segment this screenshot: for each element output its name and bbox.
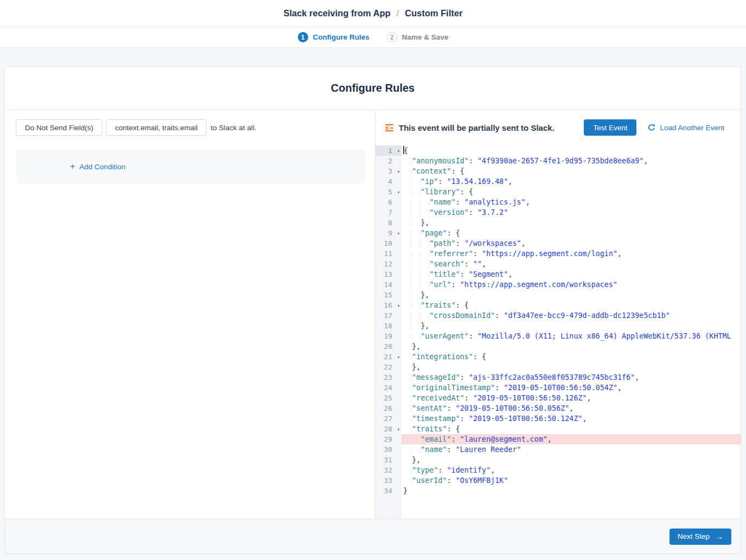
line-number: 17 — [375, 310, 401, 321]
line-number: 20 — [375, 341, 401, 352]
breadcrumb-app-link[interactable]: Slack receiving from App — [283, 8, 390, 18]
line-number: 33 — [375, 475, 401, 486]
code-line: "page": { — [403, 228, 741, 238]
line-number: 7 — [375, 207, 401, 218]
code-line: }, — [403, 290, 741, 300]
line-number: 15 — [375, 290, 401, 300]
editor-gutter: 1▾23▾45▾6789▾10111213141516▾1718192021▾2… — [375, 145, 401, 519]
code-line: }, — [403, 341, 741, 352]
line-number: 27 — [375, 413, 401, 424]
code-line: "email": "lauren@segment.com", — [401, 434, 741, 444]
step-2-badge: 2 — [387, 32, 397, 42]
filter-rules-panel: Do Not Send Field(s) context.email, trai… — [5, 110, 375, 519]
fold-arrow-icon[interactable]: ▾ — [397, 427, 400, 431]
line-number: 34 — [375, 486, 401, 496]
code-line: }, — [403, 218, 741, 228]
line-number: 10 — [375, 238, 401, 249]
line-number: 6 — [375, 197, 401, 207]
next-step-label: Next Step — [678, 532, 710, 540]
code-line: "ip": "13.54.169.48", — [403, 176, 741, 187]
fold-arrow-icon[interactable]: ▾ — [397, 231, 400, 236]
line-number: 3▾ — [375, 166, 401, 176]
code-line: "library": { — [403, 187, 741, 197]
partial-send-icon — [385, 123, 394, 132]
code-line: "originalTimestamp": "2019-05-10T00:56:5… — [403, 383, 741, 393]
line-number: 19 — [375, 331, 401, 341]
line-number: 18 — [375, 321, 401, 331]
code-line: "crossDomainId": "df3a47ee-bcc9-479d-add… — [403, 310, 741, 321]
code-line: { — [403, 145, 741, 156]
line-number: 29 — [375, 434, 401, 444]
line-number: 12 — [375, 259, 401, 269]
code-line: "traits": { — [403, 300, 741, 310]
fold-arrow-icon[interactable]: ▾ — [397, 169, 400, 174]
do-not-send-fields-button[interactable]: Do Not Send Field(s) — [16, 119, 103, 136]
code-line: }, — [403, 321, 741, 331]
code-line: "type": "identify", — [403, 465, 741, 475]
event-preview-panel: This event will be partially sent to Sla… — [375, 110, 741, 519]
code-line: "userAgent": "Mozilla/5.0 (X11; Linux x8… — [403, 331, 741, 341]
code-line: "context": { — [403, 166, 741, 176]
code-line: "messageId": "ajs-33ffc2ac0a550e8f053789… — [403, 372, 741, 383]
fields-value-button[interactable]: context.email, traits.email — [106, 119, 207, 136]
code-line: } — [403, 486, 741, 496]
json-editor[interactable]: 1▾23▾45▾6789▾10111213141516▾1718192021▾2… — [375, 145, 741, 519]
filter-rule-row: Do Not Send Field(s) context.email, trai… — [16, 119, 365, 136]
rule-suffix-text: to Slack at all. — [211, 124, 256, 132]
arrow-right-icon: → — [715, 532, 723, 540]
code-line: "referrer": "https://app.segment.com/log… — [403, 249, 741, 259]
fold-arrow-icon[interactable]: ▾ — [397, 303, 400, 308]
refresh-icon — [648, 124, 655, 131]
status-text: This event will be partially sent to Sla… — [399, 123, 554, 132]
card-title: Configure Rules — [5, 67, 741, 110]
line-number: 8 — [375, 218, 401, 228]
step-1-label: Configure Rules — [313, 33, 369, 41]
breadcrumb-separator: / — [397, 9, 399, 18]
line-number: 9▾ — [375, 228, 401, 238]
code-line: "title": "Segment", — [403, 269, 741, 279]
add-condition-button[interactable]: + Add Condition — [70, 162, 125, 171]
code-line: }, — [403, 455, 741, 465]
fold-arrow-icon[interactable]: ▾ — [397, 354, 400, 359]
line-number: 13 — [375, 269, 401, 279]
line-number: 24 — [375, 383, 401, 393]
line-number: 1▾ — [375, 145, 401, 156]
code-line: "anonymousId": "4f9390ae-2657-4fe1-9d95-… — [403, 156, 741, 166]
step-2-label: Name & Save — [402, 33, 449, 41]
line-number: 16▾ — [375, 300, 401, 310]
line-number: 30 — [375, 444, 401, 455]
code-line: "sentAt": "2019-05-10T00:56:50.056Z", — [403, 403, 741, 413]
code-line: "integrations": { — [403, 352, 741, 362]
test-event-button[interactable]: Test Event — [584, 119, 636, 136]
load-another-event-link[interactable]: Load Another Event — [648, 124, 724, 132]
line-number: 2 — [375, 156, 401, 166]
plus-icon: + — [70, 162, 75, 171]
code-line: "userId": "OsY6MFBj1K" — [403, 475, 741, 486]
code-line: "receivedAt": "2019-05-10T00:56:50.126Z"… — [403, 393, 741, 403]
line-number: 25 — [375, 393, 401, 403]
code-line: "traits": { — [403, 424, 741, 434]
code-line: "name": "analytics.js", — [403, 197, 741, 207]
code-line: "search": "", — [403, 259, 741, 269]
step-name-save[interactable]: 2 Name & Save — [387, 32, 449, 42]
card-footer: Next Step → — [5, 519, 741, 553]
line-number: 5▾ — [375, 187, 401, 197]
code-line: "version": "3.7.2" — [403, 207, 741, 218]
fold-arrow-icon[interactable]: ▾ — [397, 148, 400, 153]
line-number: 31 — [375, 455, 401, 465]
editor-code: { "anonymousId": "4f9390ae-2657-4fe1-9d9… — [401, 145, 741, 519]
code-line: "timestamp": "2019-05-10T00:56:50.124Z", — [403, 413, 741, 424]
next-step-button[interactable]: Next Step → — [670, 529, 731, 545]
page-header: Slack receiving from App / Custom Filter — [0, 0, 746, 27]
line-number: 26 — [375, 403, 401, 413]
line-number: 4 — [375, 176, 401, 187]
step-indicator-bar: 1 Configure Rules 2 Name & Save — [0, 27, 746, 48]
breadcrumb-current: Custom Filter — [405, 8, 462, 18]
add-condition-box: + Add Condition — [16, 150, 365, 183]
line-number: 23 — [375, 372, 401, 383]
line-number: 14 — [375, 279, 401, 290]
code-line: "path": "/workspaces", — [403, 238, 741, 249]
fold-arrow-icon[interactable]: ▾ — [397, 189, 400, 194]
step-1-badge: 1 — [298, 32, 308, 42]
step-configure-rules[interactable]: 1 Configure Rules — [298, 32, 369, 42]
